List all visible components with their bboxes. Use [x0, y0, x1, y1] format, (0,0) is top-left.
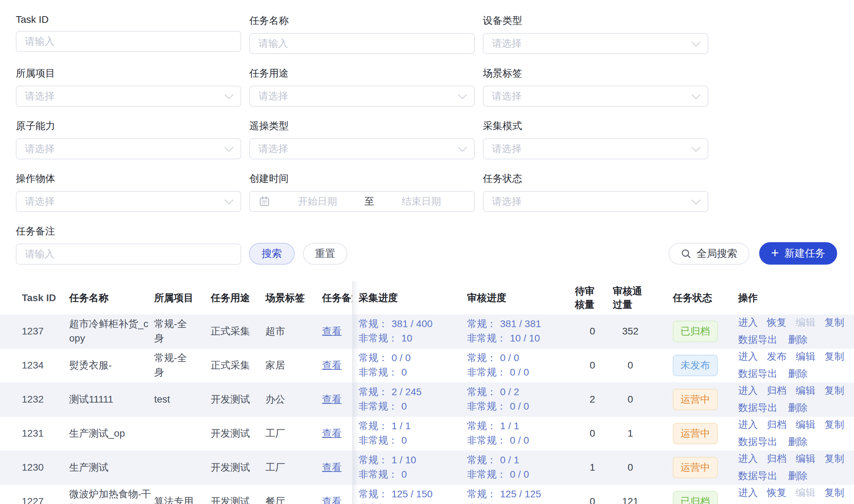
action-link-数据导出[interactable]: 数据导出 [738, 401, 777, 415]
view-remark-link[interactable]: 查看 [322, 496, 342, 504]
collect-irregular-line[interactable]: 非常规：0 [359, 399, 464, 414]
action-link-进入[interactable]: 进入 [738, 486, 758, 500]
action-link-删除[interactable]: 删除 [788, 469, 808, 483]
search-button[interactable]: 搜索 [249, 243, 295, 265]
regular-label: 常规： [359, 420, 388, 431]
action-link-进入[interactable]: 进入 [738, 452, 758, 466]
filter-field-采集模式: 采集模式 请选择 [483, 119, 708, 159]
filter-text-input[interactable] [249, 33, 475, 54]
view-remark-link[interactable]: 查看 [322, 360, 342, 371]
action-link-进入[interactable]: 进入 [738, 384, 758, 398]
cell-actions: 进入恢复编辑复制 数据导出删除 [738, 316, 850, 347]
action-link-进入[interactable]: 进入 [738, 350, 758, 364]
global-search-button[interactable]: 全局搜索 [669, 243, 749, 265]
action-link-复制[interactable]: 复制 [825, 384, 844, 398]
filter-select[interactable]: 请选择 [16, 138, 241, 159]
action-link-编辑[interactable]: 编辑 [796, 418, 815, 432]
collect-irregular-line[interactable]: 非常规：0 [359, 502, 464, 504]
review-irregular-line[interactable]: 非常规：0 / 0 [467, 399, 572, 414]
select-placeholder: 请选择 [492, 89, 693, 103]
filter-field-label: 原子能力 [16, 119, 241, 133]
review-regular-line[interactable]: 常规：381 / 381 [467, 317, 572, 331]
date-range-picker[interactable]: 开始日期 至 结束日期 [249, 191, 475, 212]
collect-regular-value: 125 / 150 [392, 489, 433, 499]
filter-select[interactable]: 请选择 [483, 86, 708, 107]
action-link-删除[interactable]: 删除 [788, 401, 808, 415]
action-link-删除[interactable]: 删除 [788, 367, 808, 381]
action-link-数据导出[interactable]: 数据导出 [738, 367, 777, 381]
collect-regular-line[interactable]: 常规：381 / 400 [359, 317, 464, 331]
view-remark-link[interactable]: 查看 [322, 462, 342, 473]
col-header-remark: 任务备注 [322, 291, 352, 305]
filter-select[interactable]: 请选择 [483, 138, 708, 159]
action-link-编辑[interactable]: 编辑 [796, 384, 815, 398]
review-regular-line[interactable]: 常规：125 / 125 [467, 487, 572, 502]
action-link-复制[interactable]: 复制 [825, 486, 844, 500]
collect-irregular-line[interactable]: 非常规：10 [359, 331, 464, 346]
action-link-恢复[interactable]: 恢复 [767, 486, 787, 500]
action-link-数据导出[interactable]: 数据导出 [738, 333, 777, 347]
filter-text-input[interactable] [16, 31, 241, 52]
action-link-删除[interactable]: 删除 [788, 333, 808, 347]
action-link-删除[interactable]: 删除 [788, 435, 808, 449]
action-link-数据导出[interactable]: 数据导出 [738, 469, 777, 483]
collect-irregular-line[interactable]: 非常规：0 [359, 365, 464, 380]
review-irregular-line[interactable]: 非常规：0 / 0 [467, 365, 572, 380]
collect-irregular-line[interactable]: 非常规：0 [359, 433, 464, 448]
create-task-button[interactable]: + 新建任务 [759, 242, 837, 265]
collect-irregular-line[interactable]: 非常规：0 [359, 467, 464, 482]
filter-select[interactable]: 请选择 [483, 33, 708, 54]
create-task-label: 新建任务 [784, 246, 825, 260]
action-link-编辑[interactable]: 编辑 [796, 350, 815, 364]
collect-regular-line[interactable]: 常规：2 / 245 [359, 385, 464, 399]
action-link-进入[interactable]: 进入 [738, 316, 758, 330]
view-remark-link[interactable]: 查看 [322, 428, 342, 439]
action-link-归档[interactable]: 归档 [767, 418, 787, 432]
review-regular-line[interactable]: 常规：1 / 1 [467, 419, 572, 433]
collect-regular-line[interactable]: 常规：125 / 150 [359, 487, 464, 502]
action-link-复制[interactable]: 复制 [825, 452, 844, 466]
filter-select[interactable]: 请选择 [249, 138, 475, 159]
irregular-label: 非常规： [467, 333, 506, 344]
action-link-恢复[interactable]: 恢复 [767, 316, 787, 330]
action-link-归档[interactable]: 归档 [767, 452, 787, 466]
reset-button[interactable]: 重置 [303, 243, 347, 265]
regular-label: 常规： [467, 489, 497, 499]
collect-regular-line[interactable]: 常规：0 / 0 [359, 351, 464, 365]
filter-select[interactable]: 请选择 [249, 86, 475, 107]
plus-icon: + [771, 246, 779, 259]
action-link-复制[interactable]: 复制 [825, 316, 844, 330]
filter-select[interactable]: 请选择 [16, 86, 241, 107]
review-irregular-line[interactable]: 非常规：0 / 0 [467, 502, 572, 504]
filter-text-input[interactable] [16, 244, 241, 265]
filter-select[interactable]: 请选择 [483, 191, 708, 212]
irregular-label: 非常规： [359, 401, 398, 412]
end-date-placeholder[interactable]: 结束日期 [377, 195, 466, 208]
action-link-进入[interactable]: 进入 [738, 418, 758, 432]
review-regular-line[interactable]: 常规：0 / 0 [467, 351, 572, 365]
review-regular-line[interactable]: 常规：0 / 1 [467, 453, 572, 467]
cell-remark: 查看 [322, 392, 354, 407]
review-irregular-line[interactable]: 非常规：0 / 0 [467, 467, 572, 482]
cell-name: 生产测试 [69, 460, 152, 475]
actions-line-2: 数据导出删除 [738, 469, 850, 483]
regular-label: 常规： [359, 352, 388, 363]
collect-regular-value: 2 / 245 [392, 386, 422, 397]
collect-regular-line[interactable]: 常规：1 / 10 [359, 453, 464, 467]
review-regular-line[interactable]: 常规：0 / 2 [467, 385, 572, 399]
start-date-placeholder[interactable]: 开始日期 [273, 195, 362, 208]
select-placeholder: 请选择 [492, 195, 693, 208]
collect-regular-line[interactable]: 常规：1 / 1 [359, 419, 464, 433]
action-link-数据导出[interactable]: 数据导出 [738, 435, 777, 449]
action-link-归档[interactable]: 归档 [767, 384, 787, 398]
review-irregular-line[interactable]: 非常规：0 / 0 [467, 433, 572, 448]
view-remark-link[interactable]: 查看 [322, 394, 342, 405]
view-remark-link[interactable]: 查看 [322, 326, 342, 337]
cell-scene: 办公 [265, 392, 318, 407]
filter-select[interactable]: 请选择 [16, 191, 241, 212]
action-link-复制[interactable]: 复制 [825, 418, 844, 432]
action-link-编辑[interactable]: 编辑 [796, 452, 815, 466]
review-irregular-line[interactable]: 非常规：10 / 10 [467, 331, 572, 346]
action-link-发布[interactable]: 发布 [767, 350, 787, 364]
action-link-复制[interactable]: 复制 [825, 350, 844, 364]
